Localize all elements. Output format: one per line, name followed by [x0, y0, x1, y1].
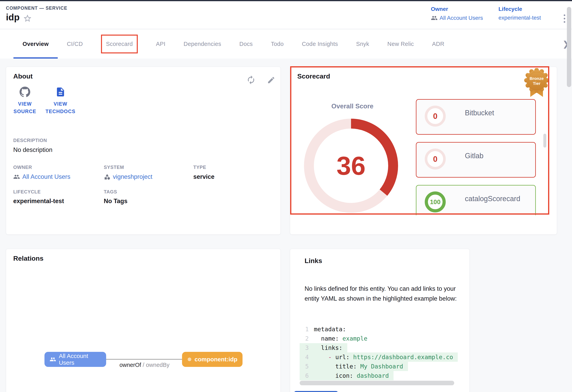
header-lifecycle-label: Lifecycle [498, 6, 541, 12]
relation-ownedby-label: ownedBy [146, 362, 169, 368]
code-line-highlighted: 6 icon: dashboard [300, 371, 394, 380]
tab-snyk[interactable]: Snyk [347, 29, 378, 59]
header-lifecycle-value: experimental-test [498, 15, 541, 21]
tab-overview[interactable]: Overview [14, 29, 58, 59]
bronze-tier-badge: Bronze Tier [524, 68, 550, 104]
page-scrollbar-thumb[interactable] [567, 7, 571, 87]
header-owner-block: Owner All Account Users [431, 6, 483, 21]
page-title: idp [6, 12, 20, 23]
tab-scorecard[interactable]: Scorecard [92, 29, 147, 59]
lifecycle-label: LIFECYCLE [13, 189, 41, 195]
scorecard-item-name: Gitlab [465, 152, 483, 160]
relation-node-owner-label: All Account Users [59, 353, 101, 366]
yaml-example-code: 1metadata: 2 name: example 3 links: 4 - … [300, 325, 460, 380]
relation-edge-line [106, 359, 182, 359]
about-card: About VIEW SOURCE VIEW TECHDOCS DESCRIPT… [6, 67, 281, 235]
overall-score-label: Overall Score [310, 102, 395, 110]
tags-label: TAGS [104, 189, 117, 195]
relations-card: Relations ownerOf / ownedBy All Account … [6, 249, 281, 392]
code-line-highlighted: 5 title: My Dashboard [300, 362, 408, 371]
score-ring: 0 [425, 148, 446, 169]
owner-link[interactable]: All Account Users [13, 173, 70, 180]
scorecard-item-name: Bitbucket [465, 109, 494, 117]
links-empty-text: No links defined for this entity. You ca… [304, 284, 465, 304]
people-icon [13, 173, 20, 180]
type-value: service [193, 173, 214, 180]
type-label: TYPE [193, 164, 206, 170]
view-source-label-line1: VIEW [10, 100, 40, 108]
people-icon [50, 356, 56, 363]
description-value: No description [13, 146, 52, 153]
header-owner-value: All Account Users [440, 15, 483, 21]
tier-badge-line1: Bronze [529, 76, 543, 81]
system-label: SYSTEM [104, 164, 124, 170]
github-icon [20, 87, 30, 97]
tab-cicd[interactable]: CI/CD [58, 29, 92, 59]
description-label: DESCRIPTION [13, 138, 47, 143]
system-link[interactable]: vigneshproject [104, 173, 152, 180]
overall-score-value: 36 [304, 119, 398, 213]
scorecard-item-bitbucket[interactable]: 0 Bitbucket [416, 99, 536, 135]
header-lifecycle-block: Lifecycle experimental-test [498, 6, 541, 21]
tier-badge-line2: Tier [533, 81, 540, 86]
breadcrumb: COMPONENT — SERVICE [6, 5, 67, 11]
relation-node-component-label: component:idp [194, 356, 237, 363]
favorite-star-icon[interactable] [23, 14, 32, 23]
tab-todo[interactable]: Todo [262, 29, 293, 59]
view-source-button[interactable]: VIEW SOURCE [10, 87, 40, 115]
scorecard-list-scrollbar[interactable] [543, 134, 546, 147]
view-source-label-line2: SOURCE [10, 108, 40, 115]
tab-docs[interactable]: Docs [230, 29, 262, 59]
links-card: Links No links defined for this entity. … [290, 249, 470, 392]
edit-pencil-icon[interactable] [267, 76, 275, 84]
score-ring: 0 [425, 106, 446, 127]
relation-ownerof-label: ownerOf [119, 362, 141, 368]
view-techdocs-label-line2: TECHDOCS [42, 108, 79, 115]
entity-tab-bar: Overview CI/CD Scorecard API Dependencie… [0, 29, 572, 59]
header-owner-link[interactable]: All Account Users [431, 15, 483, 21]
owner-value: All Account Users [22, 173, 70, 180]
links-title: Links [304, 257, 322, 265]
about-title: About [13, 72, 33, 80]
scorecard-tab-annotation: Scorecard [101, 35, 138, 53]
relation-edge-label: ownerOf / ownedBy [105, 362, 184, 368]
score-ring: 100 [425, 192, 446, 212]
tags-value: No Tags [104, 197, 127, 205]
relations-title: Relations [13, 255, 44, 262]
code-line-highlighted: 3 links: [300, 343, 347, 352]
page-header: COMPONENT — SERVICE idp Owner All Accoun… [0, 1, 572, 29]
scorecard-card: Scorecard Overall Score 36 0 Bitbucket 0… [290, 67, 557, 235]
category-icon [104, 173, 111, 180]
scorecard-item-catalogscorecard[interactable]: 100 catalogScorecard [416, 185, 536, 215]
lifecycle-value: experimental-test [13, 197, 64, 205]
people-icon [431, 15, 438, 21]
tab-adr[interactable]: ADR [423, 29, 444, 59]
owner-label: OWNER [13, 164, 32, 170]
code-line: 1metadata: [300, 325, 351, 334]
code-line: 2 name: example [300, 334, 372, 343]
overall-score-donut: 36 [304, 119, 398, 213]
chip-icon [187, 356, 192, 363]
scorecard-title: Scorecard [297, 72, 330, 80]
tab-new-relic[interactable]: New Relic [378, 29, 423, 59]
scorecard-item-gitlab[interactable]: 0 Gitlab [416, 142, 536, 178]
scorecard-item-name: catalogScorecard [465, 195, 520, 203]
refresh-icon[interactable] [246, 75, 256, 85]
tab-code-insights[interactable]: Code Insights [293, 29, 347, 59]
code-horizontal-scrollbar[interactable] [300, 381, 454, 385]
relation-node-component[interactable]: component:idp [182, 352, 242, 367]
techdocs-document-icon [55, 87, 66, 97]
tab-dependencies[interactable]: Dependencies [175, 29, 230, 59]
code-line-highlighted: 4 - url: https://dashboard.example.co [300, 352, 458, 362]
view-techdocs-label-line1: VIEW [42, 100, 79, 108]
tab-api[interactable]: API [147, 29, 175, 59]
relation-node-owner[interactable]: All Account Users [45, 352, 106, 367]
header-owner-label: Owner [431, 6, 483, 12]
scorecard-item-list: 0 Bitbucket 0 Gitlab 100 catalogScorecar… [416, 98, 536, 215]
view-techdocs-button[interactable]: VIEW TECHDOCS [42, 87, 79, 115]
system-value: vigneshproject [113, 173, 152, 180]
links-action-button[interactable] [294, 391, 338, 392]
